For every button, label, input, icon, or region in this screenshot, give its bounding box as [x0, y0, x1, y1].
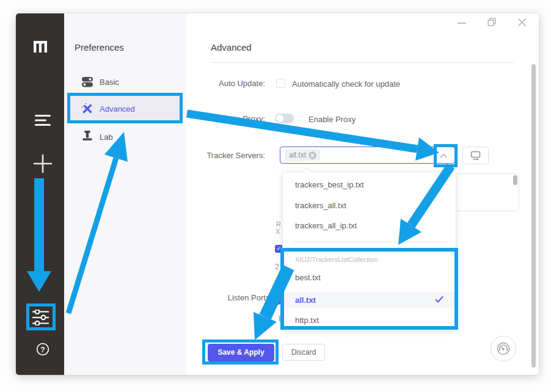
preferences-panel [64, 13, 186, 375]
title-divider [211, 62, 514, 63]
preferences-sliders-icon[interactable] [32, 310, 49, 325]
add-task-icon[interactable] [34, 154, 52, 173]
dropdown-item[interactable]: trackers_all.txt [295, 201, 346, 210]
check-icon [435, 296, 443, 303]
lab-stamp-icon [82, 131, 92, 142]
sidebar-item-advanced-label[interactable]: Advanced [100, 104, 135, 114]
close-icon[interactable] [517, 18, 527, 27]
dropdown-item[interactable]: trackers_best_ip.txt [295, 180, 364, 189]
dropdown-item[interactable]: trackers_all_ip.txt [295, 221, 357, 230]
tracker-select[interactable]: all.txt [280, 147, 455, 164]
advanced-tools-icon [82, 103, 93, 114]
motrix-logo-icon [34, 41, 47, 53]
task-list-icon[interactable] [35, 114, 51, 127]
page-title: Advanced [211, 42, 252, 53]
dropdown-item-selected[interactable]: all.txt [295, 296, 316, 305]
toggle-knob [276, 115, 283, 122]
chevron-up-icon[interactable] [440, 153, 447, 158]
sync-trackers-button[interactable] [462, 147, 489, 164]
speed-limit-button[interactable] [491, 336, 516, 361]
save-apply-button[interactable]: Save & Apply [208, 344, 274, 361]
proxy-label: Proxy: [185, 114, 265, 123]
tracker-servers-label: Tracker Servers: [185, 151, 265, 160]
occluded-hint-fragment-1: R [276, 220, 281, 228]
dropdown-group-label: XIU2/TrackersListCollection [295, 256, 378, 263]
listen-ports-label: Listen Ports: [217, 293, 272, 302]
speedometer-icon [496, 341, 511, 356]
sidebar-item-lab[interactable]: Lab [100, 132, 113, 142]
dropdown-divider [294, 242, 447, 242]
preferences-title: Preferences [75, 42, 124, 53]
dropdown-item[interactable]: best.txt [295, 273, 321, 282]
basic-toggles-icon [82, 76, 93, 87]
help-icon[interactable]: ? [36, 343, 49, 356]
restore-icon[interactable] [487, 18, 496, 26]
sync-icon [470, 151, 481, 161]
textarea-scrollbar[interactable] [513, 175, 517, 185]
content-scrollbar[interactable] [531, 64, 536, 368]
proxy-option-label: Enable Proxy [308, 115, 356, 124]
occluded-purple-control [273, 296, 282, 305]
minimize-icon[interactable] [457, 18, 467, 27]
tracker-dropdown: trackers_best_ip.txt trackers_all.txt tr… [282, 172, 456, 331]
proxy-toggle[interactable] [275, 114, 294, 123]
occluded-hint-fragment-2: X [276, 228, 280, 235]
sidebar-item-basic[interactable]: Basic [100, 78, 119, 87]
auto-update-option-label[interactable]: Automatically check for update [292, 79, 400, 89]
dropdown-item[interactable]: http.txt [295, 316, 319, 325]
auto-update-checkbox[interactable] [276, 79, 285, 88]
tag-remove-icon[interactable] [308, 151, 316, 159]
occluded-text-fragment-3: 2 [275, 263, 279, 271]
selected-tag: all.txt [285, 150, 320, 161]
auto-update-label: Auto Update: [185, 79, 265, 88]
screenshot-canvas: ? Preferences Basic Advanced Lab [0, 0, 551, 392]
svg-text:?: ? [40, 346, 45, 354]
selected-tag-label: all.txt [289, 151, 306, 159]
discard-button[interactable]: Discard [282, 344, 325, 361]
